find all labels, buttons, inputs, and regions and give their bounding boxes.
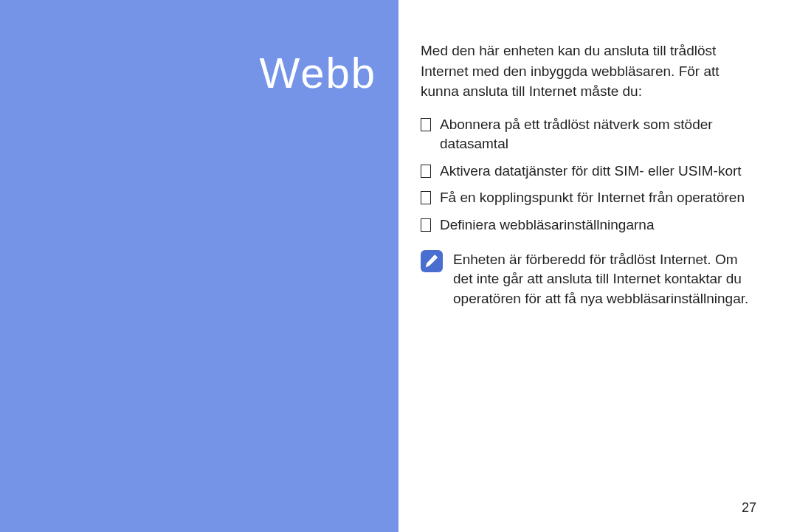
bullet-marker-icon: [421, 191, 431, 204]
bullet-marker-icon: [421, 118, 431, 131]
note-text: Enheten är förberedd för trådlöst Intern…: [453, 250, 760, 309]
note-icon: [421, 250, 443, 272]
note-box: Enheten är förberedd för trådlöst Intern…: [421, 250, 760, 309]
list-item: Få en kopplingspunkt för Internet från o…: [421, 188, 760, 208]
bullet-text: Aktivera datatjänster för ditt SIM- elle…: [440, 162, 760, 182]
bullet-text: Definiera webbläsarinställningarna: [440, 215, 760, 235]
bullet-marker-icon: [421, 165, 431, 178]
page: Webb Med den här enheten kan du ansluta …: [0, 0, 797, 532]
sidebar: Webb: [0, 0, 398, 532]
page-number: 27: [742, 500, 756, 516]
content-area: Med den här enheten kan du ansluta till …: [398, 0, 797, 532]
bullet-text: Abonnera på ett trådlöst nätverk som stö…: [440, 115, 760, 154]
sidebar-title: Webb: [260, 48, 376, 97]
bullet-marker-icon: [421, 218, 431, 232]
list-item: Abonnera på ett trådlöst nätverk som stö…: [421, 115, 760, 154]
bullet-list: Abonnera på ett trådlöst nätverk som stö…: [421, 115, 760, 235]
list-item: Aktivera datatjänster för ditt SIM- elle…: [421, 162, 760, 182]
list-item: Definiera webbläsarinställningarna: [421, 215, 760, 235]
intro-paragraph: Med den här enheten kan du ansluta till …: [421, 41, 760, 102]
bullet-text: Få en kopplingspunkt för Internet från o…: [440, 188, 760, 208]
